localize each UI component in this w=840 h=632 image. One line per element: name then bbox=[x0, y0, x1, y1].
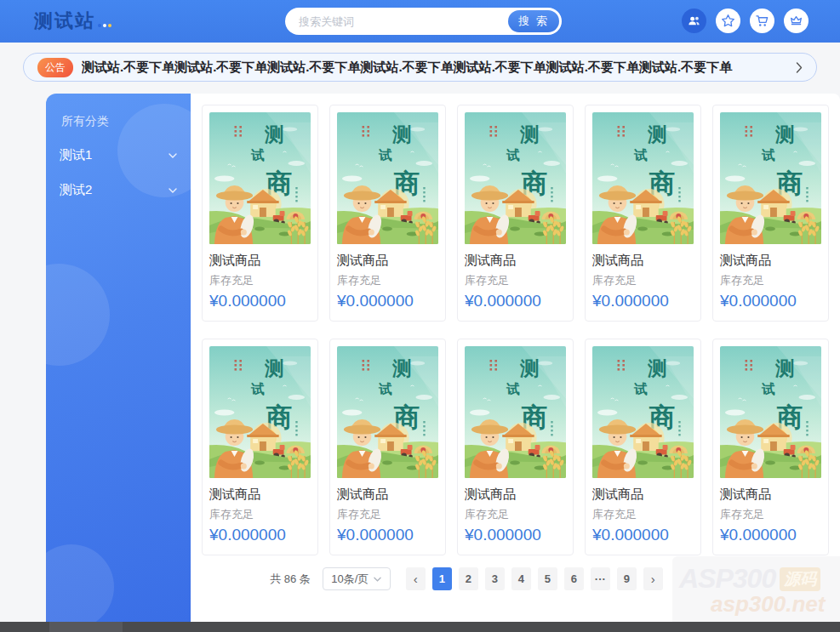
product-price: ¥0.000000 bbox=[209, 526, 311, 544]
product-card[interactable]: 测 试 商 品 bbox=[712, 105, 829, 322]
cart-button[interactable] bbox=[750, 9, 774, 33]
page-button-9[interactable]: 9 bbox=[617, 567, 637, 590]
product-title: 测试商品 bbox=[592, 487, 694, 503]
top-header: 测试站 搜 索 bbox=[0, 0, 840, 43]
product-image: 测 试 商 品 bbox=[337, 346, 438, 478]
goto-page: 前往 页 bbox=[680, 567, 761, 590]
image-char: 试 bbox=[633, 147, 648, 163]
favorites-button[interactable] bbox=[716, 9, 740, 33]
product-card[interactable]: 测 试 商 品 bbox=[585, 339, 701, 555]
image-char: 测 bbox=[391, 357, 412, 379]
page-button-5[interactable]: 5 bbox=[538, 567, 557, 590]
search-input[interactable] bbox=[299, 15, 508, 28]
product-image: 测 试 商 品 bbox=[720, 112, 821, 244]
image-char: 测 bbox=[519, 357, 540, 379]
image-char: 测 bbox=[774, 123, 795, 145]
chevron-right-icon bbox=[796, 62, 803, 73]
image-char: 试 bbox=[633, 381, 648, 397]
product-image: 测 试 商 品 bbox=[465, 112, 566, 244]
goto-label: 前往 bbox=[680, 572, 702, 587]
decorative-circle bbox=[46, 264, 110, 366]
vip-button[interactable] bbox=[784, 9, 809, 33]
image-char: 测 bbox=[519, 123, 540, 145]
image-char: 测 bbox=[391, 123, 412, 145]
product-price: ¥0.000000 bbox=[720, 526, 821, 544]
product-card[interactable]: 测 试 商 品 bbox=[712, 339, 829, 555]
product-image: 测 试 商 品 bbox=[209, 346, 311, 478]
decorative-circle bbox=[46, 544, 114, 622]
pagination: 共 86 条 10条/页 ‹ 1 2 3 4 5 6 ··· 9 › 前往 bbox=[202, 567, 829, 590]
sidebar-title: 所有分类 bbox=[61, 114, 191, 129]
image-char: 试 bbox=[506, 381, 520, 397]
product-grid: 测 试 商 品 bbox=[202, 105, 829, 555]
product-image: 测 试 商 品 bbox=[209, 112, 311, 244]
goto-page-input[interactable] bbox=[709, 567, 743, 590]
image-char: 试 bbox=[378, 381, 392, 397]
users-icon bbox=[687, 14, 701, 28]
main-panel: 测 试 商 品 bbox=[191, 94, 840, 622]
chevron-down-icon bbox=[169, 188, 177, 193]
product-card[interactable]: 测 试 商 品 bbox=[329, 339, 446, 555]
product-card[interactable]: 测 试 商 品 bbox=[457, 339, 574, 555]
page-size-select[interactable]: 10条/页 bbox=[323, 567, 391, 590]
image-char: 测 bbox=[774, 357, 795, 379]
scrollbar-thumb[interactable] bbox=[49, 622, 123, 632]
product-price: ¥0.000000 bbox=[465, 526, 566, 544]
pagination-total: 共 86 条 bbox=[270, 572, 311, 587]
crown-icon bbox=[789, 14, 803, 28]
search-button[interactable]: 搜 索 bbox=[508, 10, 559, 32]
page-button-3[interactable]: 3 bbox=[485, 567, 505, 590]
product-stock: 库存充足 bbox=[337, 507, 438, 522]
page-button-4[interactable]: 4 bbox=[511, 567, 531, 590]
product-title: 测试商品 bbox=[720, 487, 821, 503]
site-logo[interactable]: 测试站 bbox=[34, 9, 111, 34]
pages-ellipsis-button[interactable]: ··· bbox=[591, 567, 610, 590]
image-char: 试 bbox=[250, 381, 265, 397]
sidebar-category-list: 测试1 测试2 bbox=[46, 138, 191, 208]
product-card[interactable]: 测 试 商 品 bbox=[202, 339, 318, 555]
product-title: 测试商品 bbox=[720, 253, 821, 269]
page-size-value: 10条/页 bbox=[331, 572, 369, 587]
product-card[interactable]: 测 试 商 品 bbox=[457, 105, 574, 322]
page-button-6[interactable]: 6 bbox=[564, 567, 584, 590]
image-char: 测 bbox=[264, 123, 284, 145]
product-title: 测试商品 bbox=[465, 253, 566, 269]
product-stock: 库存充足 bbox=[592, 507, 694, 522]
site-logo-text: 测试站 bbox=[34, 9, 95, 34]
users-button[interactable] bbox=[682, 9, 706, 33]
product-stock: 库存充足 bbox=[720, 273, 821, 288]
product-price: ¥0.000000 bbox=[337, 292, 438, 310]
horizontal-scrollbar[interactable] bbox=[0, 622, 840, 632]
image-char: 测 bbox=[647, 123, 667, 145]
sidebar-category-item[interactable]: 测试2 bbox=[46, 173, 191, 208]
goto-unit: 页 bbox=[750, 572, 761, 587]
product-image: 测 试 商 品 bbox=[720, 346, 821, 478]
product-stock: 库存充足 bbox=[592, 273, 694, 288]
product-card[interactable]: 测 试 商 品 bbox=[329, 105, 446, 322]
product-title: 测试商品 bbox=[209, 487, 311, 503]
announcement-banner[interactable]: 公告 测试站.不要下单测试站.不要下单测试站.不要下单测试站.不要下单测试站.不… bbox=[23, 53, 817, 82]
prev-page-button[interactable]: ‹ bbox=[406, 567, 426, 590]
announcement-badge: 公告 bbox=[37, 58, 73, 77]
product-card[interactable]: 测 试 商 品 bbox=[585, 105, 701, 322]
product-price: ¥0.000000 bbox=[720, 292, 821, 310]
product-stock: 库存充足 bbox=[209, 507, 311, 522]
next-page-button[interactable]: › bbox=[643, 567, 663, 590]
search-bar: 搜 索 bbox=[285, 8, 562, 35]
image-char: 试 bbox=[378, 147, 392, 163]
product-image: 测 试 商 品 bbox=[465, 346, 566, 478]
category-sidebar: 所有分类 测试1 测试2 bbox=[46, 94, 191, 622]
page-button-1[interactable]: 1 bbox=[432, 567, 452, 590]
product-image: 测 试 商 品 bbox=[592, 112, 694, 244]
product-price: ¥0.000000 bbox=[592, 292, 694, 310]
image-char: 测 bbox=[647, 357, 667, 379]
cart-icon bbox=[755, 14, 769, 28]
header-icon-group bbox=[682, 9, 809, 33]
page-button-2[interactable]: 2 bbox=[459, 567, 478, 590]
product-title: 测试商品 bbox=[592, 253, 694, 269]
sidebar-category-item[interactable]: 测试1 bbox=[46, 138, 191, 173]
chevron-down-icon bbox=[374, 577, 381, 582]
product-card[interactable]: 测 试 商 品 bbox=[202, 105, 318, 322]
sidebar-category-label: 测试2 bbox=[60, 182, 92, 198]
image-char: 试 bbox=[506, 147, 520, 163]
